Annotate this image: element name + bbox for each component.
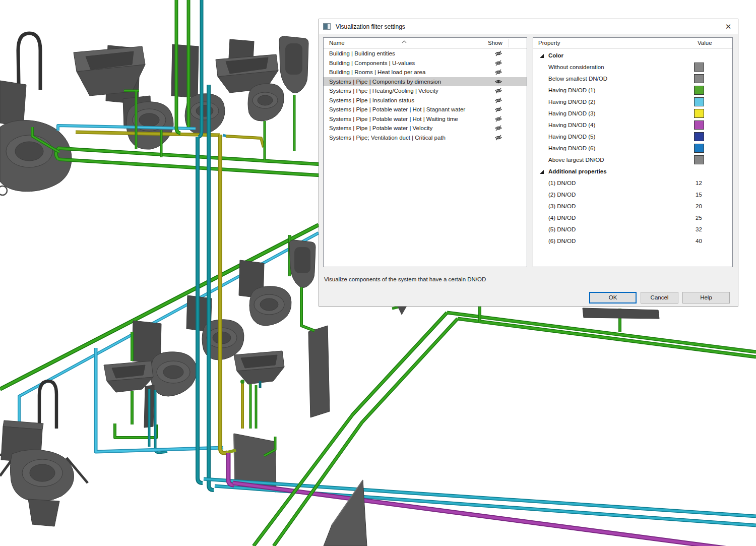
filter-list-item[interactable]: Systems | Pipe | Heating/Cooling | Veloc…	[324, 86, 527, 96]
property-label: Without consideration	[548, 64, 604, 70]
property-value: 32	[696, 226, 702, 232]
color-swatch[interactable]	[694, 155, 704, 164]
orbit-cursor-icon	[0, 186, 7, 195]
property-row[interactable]: (4) DN/OD25	[533, 212, 732, 224]
color-swatch[interactable]	[694, 144, 704, 153]
property-row[interactable]: Having DN/OD (6)	[533, 143, 732, 154]
cancel-button[interactable]: Cancel	[641, 292, 678, 304]
property-row[interactable]: (3) DN/OD20	[533, 201, 732, 212]
property-label: (6) DN/OD	[548, 238, 576, 244]
filter-list-header[interactable]: Name Show	[324, 38, 527, 49]
color-swatch[interactable]	[694, 74, 704, 83]
property-label: Having DN/OD (1)	[548, 87, 595, 93]
property-label: Having DN/OD (2)	[548, 99, 595, 105]
visibility-visible-icon[interactable]	[493, 78, 503, 85]
help-button[interactable]: Help	[682, 292, 730, 304]
floor2-fixtures	[104, 240, 330, 428]
dialog-icon	[323, 23, 331, 30]
property-row[interactable]: (2) DN/OD15	[533, 189, 732, 201]
collapse-triangle-icon[interactable]	[539, 169, 544, 175]
property-row[interactable]: Having DN/OD (3)	[533, 108, 732, 119]
dialog-titlebar[interactable]: Visualization filter settings ✕	[319, 19, 738, 34]
filter-list-panel: Name Show Building | Building entitiesBu…	[323, 37, 527, 267]
visibility-hidden-icon[interactable]	[493, 97, 503, 104]
filter-item-label: Building | Building entities	[329, 50, 395, 56]
property-row[interactable]: Without consideration	[533, 62, 732, 73]
filter-list-item[interactable]: Building | Components | U-values	[324, 58, 527, 68]
filter-description: Visualize components of the system that …	[324, 276, 486, 282]
visibility-hidden-icon[interactable]	[493, 125, 503, 132]
property-row[interactable]: Having DN/OD (1)	[533, 85, 732, 96]
filter-list-item[interactable]: Systems | Pipe | Insulation status	[324, 96, 527, 105]
property-value: 12	[696, 180, 702, 186]
property-label: Having DN/OD (5)	[548, 134, 595, 140]
property-row[interactable]: (1) DN/OD12	[533, 177, 732, 189]
column-header-show[interactable]: Show	[488, 40, 502, 46]
property-label: (1) DN/OD	[548, 180, 576, 186]
property-group-label: Color	[548, 52, 563, 58]
filter-list-item[interactable]: Systems | Pipe | Potable water | Velocit…	[324, 124, 527, 133]
color-swatch[interactable]	[694, 63, 704, 72]
property-row[interactable]: (5) DN/OD32	[533, 224, 732, 235]
color-swatch[interactable]	[694, 86, 704, 95]
visibility-hidden-icon[interactable]	[493, 50, 503, 57]
filter-item-label: Building | Components | U-values	[329, 60, 415, 66]
visualization-filter-settings-dialog: Visualization filter settings ✕ Name Sho…	[319, 19, 738, 307]
property-value: 20	[696, 203, 702, 209]
visibility-hidden-icon[interactable]	[493, 69, 503, 76]
filter-item-label: Systems | Pipe | Insulation status	[329, 97, 414, 103]
color-swatch[interactable]	[694, 97, 704, 106]
color-swatch[interactable]	[694, 109, 704, 118]
filter-list-item[interactable]: Systems | Pipe | Components by dimension	[324, 77, 527, 87]
sort-ascending-icon	[402, 38, 407, 44]
filter-item-label: Systems | Pipe | Potable water | Velocit…	[329, 125, 432, 131]
property-row[interactable]: Having DN/OD (4)	[533, 119, 732, 131]
property-group-header[interactable]: Additional properties	[533, 166, 732, 177]
ok-button[interactable]: OK	[589, 292, 637, 304]
property-value: 15	[696, 192, 702, 198]
visibility-hidden-icon[interactable]	[493, 59, 503, 67]
filter-item-label: Building | Rooms | Heat load per area	[329, 69, 425, 75]
filter-item-label: Systems | Pipe; Ventilation duct | Criti…	[329, 135, 446, 141]
property-row[interactable]: Having DN/OD (5)	[533, 131, 732, 143]
filter-list-item[interactable]: Systems | Pipe | Potable water | Hot | W…	[324, 114, 527, 124]
property-value: 25	[696, 215, 702, 221]
property-label: Having DN/OD (6)	[548, 145, 595, 151]
property-label: Above largest DN/OD	[548, 157, 604, 163]
filter-item-label: Systems | Pipe | Potable water | Hot | S…	[329, 106, 465, 112]
property-label: (5) DN/OD	[548, 226, 576, 232]
color-swatch[interactable]	[694, 120, 704, 130]
filter-list-item[interactable]: Building | Building entities	[324, 49, 527, 58]
visibility-hidden-icon[interactable]	[493, 87, 503, 94]
column-header-property[interactable]: Property	[538, 40, 560, 46]
visibility-hidden-icon[interactable]	[493, 106, 503, 113]
filter-list-item[interactable]: Building | Rooms | Heat load per area	[324, 68, 527, 77]
close-icon[interactable]: ✕	[723, 22, 734, 32]
floor1-toilet	[0, 381, 88, 526]
property-label: (2) DN/OD	[548, 192, 576, 198]
property-row[interactable]: Below smallest DN/OD	[533, 73, 732, 85]
column-header-value[interactable]: Value	[698, 40, 712, 46]
visibility-hidden-icon[interactable]	[493, 115, 503, 123]
filter-list-item[interactable]: Systems | Pipe; Ventilation duct | Criti…	[324, 133, 527, 143]
property-row[interactable]: Above largest DN/OD	[533, 154, 732, 166]
column-header-name[interactable]: Name	[329, 40, 345, 46]
property-row[interactable]: (6) DN/OD40	[533, 235, 732, 247]
property-label: Having DN/OD (4)	[548, 122, 595, 128]
radiator-panel-3	[583, 308, 659, 319]
filter-item-label: Systems | Pipe | Heating/Cooling | Veloc…	[329, 88, 438, 94]
filter-item-label: Systems | Pipe | Components by dimension	[329, 79, 441, 85]
collapse-triangle-icon[interactable]	[539, 53, 544, 59]
property-panel-header: Property Value	[533, 38, 732, 49]
property-panel: Property Value ColorWithout consideratio…	[533, 37, 733, 267]
property-label: (4) DN/OD	[548, 215, 576, 221]
filter-list-item[interactable]: Systems | Pipe | Potable water | Hot | S…	[324, 105, 527, 114]
dialog-title: Visualization filter settings	[336, 23, 405, 30]
property-group-header[interactable]: Color	[533, 50, 732, 62]
visibility-hidden-icon[interactable]	[493, 134, 503, 141]
property-label: Having DN/OD (3)	[548, 110, 595, 116]
property-group-label: Additional properties	[548, 168, 607, 174]
color-swatch[interactable]	[694, 132, 704, 141]
property-value: 40	[696, 238, 702, 244]
property-row[interactable]: Having DN/OD (2)	[533, 96, 732, 108]
